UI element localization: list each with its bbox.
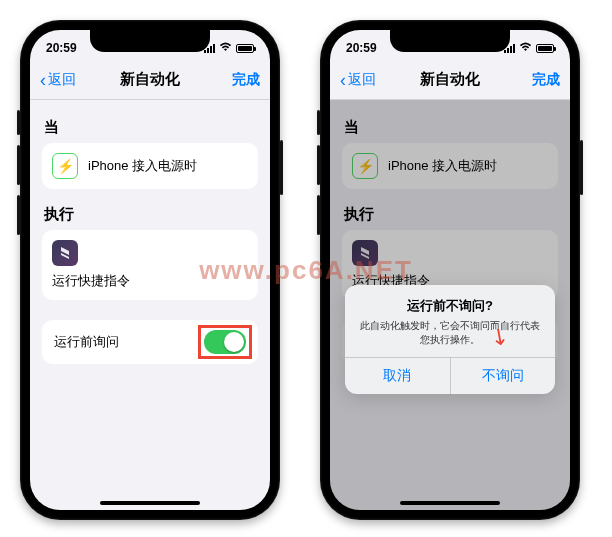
do-action-card[interactable]: 运行快捷指令 xyxy=(42,230,258,300)
back-button[interactable]: ‹ 返回 xyxy=(40,71,76,89)
alert-confirm-button[interactable]: 不询问 xyxy=(450,358,556,394)
home-indicator[interactable] xyxy=(100,501,200,505)
back-button[interactable]: ‹ 返回 xyxy=(340,71,376,89)
page-title: 新自动化 xyxy=(120,70,180,89)
phone-right: 20:59 ‹ 返回 新自动化 完成 当 xyxy=(320,20,580,520)
when-condition-text: iPhone 接入电源时 xyxy=(88,157,197,175)
notch xyxy=(90,30,210,52)
back-label: 返回 xyxy=(348,71,376,89)
battery-icon xyxy=(536,44,554,53)
battery-icon xyxy=(236,44,254,53)
section-do-label: 执行 xyxy=(44,205,256,224)
done-button[interactable]: 完成 xyxy=(232,71,260,89)
back-label: 返回 xyxy=(48,71,76,89)
alert-title: 运行前不询问? xyxy=(359,297,541,315)
alert-message: 此自动化触发时，它会不询问而自行代表您执行操作。 xyxy=(359,319,541,347)
shortcut-icon xyxy=(52,240,78,266)
wifi-icon xyxy=(219,41,232,55)
when-condition-card[interactable]: ⚡ iPhone 接入电源时 xyxy=(42,143,258,189)
status-time: 20:59 xyxy=(346,41,377,55)
ask-toggle-switch[interactable] xyxy=(204,330,246,354)
nav-bar: ‹ 返回 新自动化 完成 xyxy=(30,60,270,100)
status-time: 20:59 xyxy=(46,41,77,55)
phone-left: 20:59 ‹ 返回 新自动化 完成 当 xyxy=(20,20,280,520)
charging-icon: ⚡ xyxy=(52,153,78,179)
confirm-alert: 运行前不询问? 此自动化触发时，它会不询问而自行代表您执行操作。 取消 不询问 xyxy=(345,285,555,394)
done-button[interactable]: 完成 xyxy=(532,71,560,89)
nav-bar: ‹ 返回 新自动化 完成 xyxy=(330,60,570,100)
toggle-label: 运行前询问 xyxy=(54,333,119,351)
home-indicator[interactable] xyxy=(400,501,500,505)
do-action-text: 运行快捷指令 xyxy=(52,272,130,290)
section-when-label: 当 xyxy=(44,118,256,137)
ask-before-run-row[interactable]: 运行前询问 xyxy=(42,320,258,364)
wifi-icon xyxy=(519,41,532,55)
page-title: 新自动化 xyxy=(420,70,480,89)
chevron-left-icon: ‹ xyxy=(40,71,46,89)
alert-cancel-button[interactable]: 取消 xyxy=(345,358,450,394)
notch xyxy=(390,30,510,52)
chevron-left-icon: ‹ xyxy=(340,71,346,89)
